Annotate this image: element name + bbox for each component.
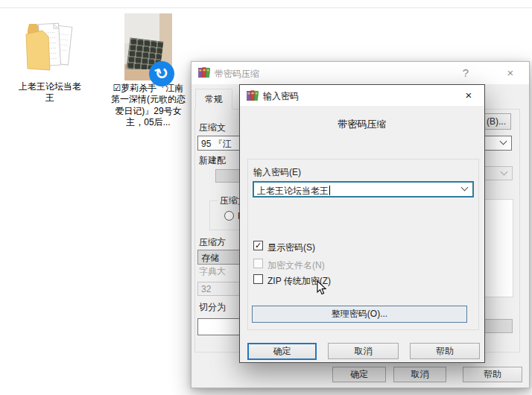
password-help-button[interactable]: 帮助: [410, 343, 480, 359]
enter-password-dialog: 输入密码 × 带密码压缩 输入密码(E) 上老王论坛当老王 ✓ 显示密码(S) …: [239, 84, 485, 363]
window-edge-divider: [0, 7, 532, 8]
password-dialog-heading: 带密码压缩: [240, 118, 484, 131]
password-input[interactable]: 上老王论坛当老王: [253, 181, 474, 197]
close-icon[interactable]: ×: [460, 88, 477, 103]
show-password-checkbox[interactable]: ✓: [253, 241, 263, 250]
folder-icon: [22, 16, 77, 79]
desktop-video-item[interactable]: ↻ ☑萝莉杀手『江南第一深情(元歌的恋爱日记)』29号女主，05后...: [109, 13, 188, 128]
organize-passwords-button[interactable]: 整理密码(O)...: [252, 306, 467, 323]
desktop-folder-item[interactable]: 上老王论坛当老王: [13, 16, 87, 104]
video-thumbnail: ↻: [124, 13, 172, 80]
download-overlay-icon: ↻: [149, 61, 174, 86]
encrypt-filenames-checkbox: [253, 259, 263, 268]
text-caret: [329, 186, 330, 195]
folder-label: 上老王论坛当老王: [16, 81, 83, 104]
video-label: ☑萝莉杀手『江南第一深情(元歌的恋爱日记)』29号女主，05后...: [110, 83, 186, 128]
main-ok-button[interactable]: 确定: [332, 367, 386, 382]
main-cancel-button[interactable]: 取消: [393, 367, 446, 382]
main-help-button[interactable]: 帮助: [463, 367, 522, 382]
password-input-label: 输入密码(E): [253, 166, 301, 179]
password-dialog-title: 输入密码: [263, 90, 299, 103]
tab-general[interactable]: 常规: [195, 89, 232, 110]
password-ok-button[interactable]: 确定: [247, 343, 317, 360]
zip-legacy-checkbox[interactable]: [253, 274, 263, 284]
encrypt-filenames-label: 加密文件名(N): [267, 259, 325, 272]
chevron-down-icon[interactable]: [461, 184, 469, 192]
password-cancel-button[interactable]: 取消: [328, 343, 399, 359]
check-icon: ✓: [255, 241, 262, 250]
password-dialog-titlebar[interactable]: 输入密码 ×: [240, 85, 484, 106]
winrar-icon: [247, 90, 259, 101]
desktop: { "glyphs": { "help": "?", "close": "×",…: [0, 0, 532, 395]
mouse-cursor: [317, 280, 327, 297]
show-password-label: 显示密码(S): [267, 241, 315, 254]
